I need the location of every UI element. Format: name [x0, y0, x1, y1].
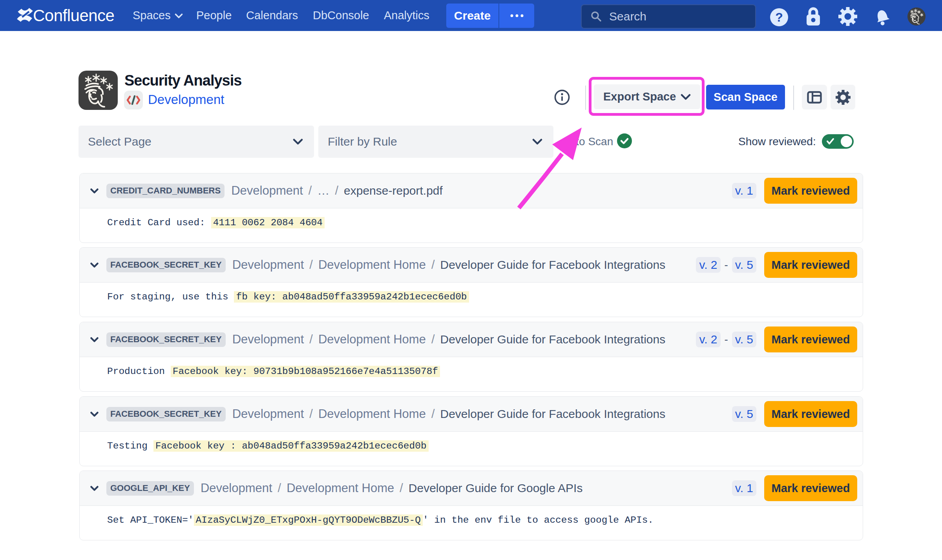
svg-text:?: ?	[775, 10, 783, 24]
